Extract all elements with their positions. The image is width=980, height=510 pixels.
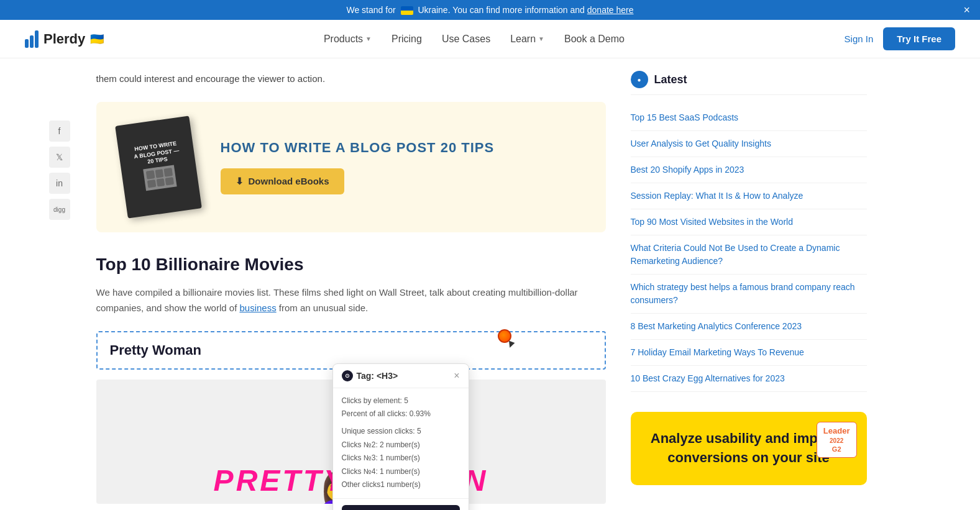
list-item: Top 15 Best SaaS Podcasts [631, 105, 867, 131]
nav-products[interactable]: Products ▼ [324, 34, 372, 45]
header: Plerdy 🇺🇦 Products ▼ Pricing Use Cases L… [0, 20, 980, 58]
ukraine-flag-icon [401, 6, 413, 15]
sidebar-link-2[interactable]: Best 20 Shopify Apps in 2023 [631, 165, 744, 175]
facebook-icon[interactable]: f [49, 121, 70, 142]
clicks-3: Clicks №3: 1 number(s) [342, 452, 460, 465]
main-content: them could interest and encourage the vi… [96, 71, 606, 504]
sidebar-link-4[interactable]: Top 90 Most Visited Websites in the Worl… [631, 217, 793, 227]
chevron-down-icon: ▼ [365, 35, 372, 42]
sidebar-link-9[interactable]: 10 Best Crazy Egg Alternatives for 2023 [631, 373, 785, 383]
pretty-woman-heading: Pretty Woman [110, 342, 592, 358]
sidebar-links-list: Top 15 Best SaaS Podcasts User Analysis … [631, 105, 867, 392]
tag-icon: ⊙ [342, 370, 353, 381]
donate-link[interactable]: donate here [587, 5, 634, 15]
logo-bar-3 [35, 30, 39, 48]
sidebar-link-6[interactable]: Which strategy best helps a famous brand… [631, 282, 855, 305]
main-nav: Products ▼ Pricing Use Cases Learn ▼ Boo… [324, 34, 625, 45]
sidebar-link-3[interactable]: Session Replay: What It Is & How to Anal… [631, 191, 804, 201]
list-item: 10 Best Crazy Egg Alternatives for 2023 [631, 366, 867, 392]
download-icon: ⬇ [236, 176, 244, 187]
article-paragraph: We have compiled a billionaire movies li… [96, 285, 606, 316]
list-item: What Criteria Could Not Be Used to Creat… [631, 235, 867, 275]
g2-label: G2 [823, 445, 850, 453]
cursor-orange-icon [498, 329, 511, 343]
g2-badge: Leader 2022 G2 [817, 422, 857, 458]
article-heading: Top 10 Billionaire Movies [96, 255, 606, 275]
sidebar-link-8[interactable]: 7 Holiday Email Marketing Ways To Revenu… [631, 347, 804, 357]
social-sidebar: f 𝕏 in digg [49, 71, 71, 504]
banner-text: We stand for Ukraine. You can find more … [346, 5, 633, 15]
blog-key-icon [156, 178, 165, 186]
latest-dot-icon: ● [631, 71, 648, 88]
nav-pricing[interactable]: Pricing [392, 34, 422, 45]
ebook-banner: HOW TO WRITEA BLOG POST —20 TIPS HOW TO … [96, 102, 606, 232]
ebook-info: HOW TO WRITE A BLOG POST 20 TIPS ⬇ Downl… [221, 140, 581, 194]
sidebar-link-7[interactable]: 8 Best Marketing Analytics Conference 20… [631, 321, 802, 331]
nav-book-demo[interactable]: Book a Demo [564, 34, 625, 45]
tooltip-popup: ⊙ Tag: <H3> × Clicks by element: 5 Perce… [208, 356, 345, 510]
list-item: Best 20 Shopify Apps in 2023 [631, 157, 867, 183]
right-sidebar: ● Latest Top 15 Best SaaS Podcasts User … [631, 71, 867, 504]
digg-icon[interactable]: digg [49, 199, 70, 220]
tooltip-header: ⊙ Tag: <H3> × [333, 364, 469, 388]
tooltip-footer: Add event [333, 499, 469, 510]
nav-use-cases[interactable]: Use Cases [442, 34, 490, 45]
clicks-4: Clicks №4: 1 number(s) [342, 465, 460, 479]
cursor-indicator [498, 329, 511, 345]
latest-header: ● Latest [631, 71, 867, 95]
header-actions: Sign In Try It Free [845, 27, 955, 50]
chevron-down-icon-learn: ▼ [538, 35, 544, 42]
business-link[interactable]: business [239, 303, 276, 313]
top-banner: We stand for Ukraine. You can find more … [0, 0, 980, 20]
percent-clicks: Percent of all clicks: 0.93% [342, 408, 460, 421]
page-layout: f 𝕏 in digg them could interest and enco… [24, 58, 956, 510]
logo-bar-1 [25, 39, 29, 48]
intro-paragraph: them could interest and encourage the vi… [96, 71, 606, 87]
logo[interactable]: Plerdy 🇺🇦 [25, 30, 104, 48]
logo-bar-2 [30, 35, 34, 48]
logo-icon [25, 30, 39, 48]
sidebar-link-1[interactable]: User Analysis to Get Quality Insights [631, 139, 771, 148]
ebook-title: HOW TO WRITE A BLOG POST 20 TIPS [221, 140, 581, 156]
linkedin-icon[interactable]: in [49, 173, 70, 194]
blog-image [143, 165, 176, 191]
sign-in-link[interactable]: Sign In [845, 34, 874, 44]
clicks-by-element: Clicks by element: 5 [342, 394, 460, 408]
other-clicks: Other clicks1 number(s) [342, 478, 460, 492]
latest-title: Latest [654, 73, 687, 86]
logo-text: Plerdy [44, 31, 85, 47]
list-item: Which strategy best helps a famous brand… [631, 275, 867, 314]
g2-year-text: 2022 [823, 437, 850, 445]
g2-leader-text: Leader [823, 426, 850, 437]
pretty-woman-section: Pretty Woman ⊙ Tag: <H3> [96, 331, 606, 504]
sidebar-link-0[interactable]: Top 15 Best SaaS Podcasts [631, 112, 739, 122]
ebook-cover: HOW TO WRITEA BLOG POST —20 TIPS [115, 116, 202, 218]
banner-close-button[interactable]: × [963, 4, 970, 17]
add-event-button[interactable]: Add event [342, 505, 460, 510]
list-item: Session Replay: What It Is & How to Anal… [631, 183, 867, 209]
sidebar-link-5[interactable]: What Criteria Could Not Be Used to Creat… [631, 243, 840, 266]
list-item: 7 Holiday Email Marketing Ways To Revenu… [631, 340, 867, 366]
tooltip-box: ⊙ Tag: <H3> × Clicks by element: 5 Perce… [332, 363, 469, 510]
nav-learn[interactable]: Learn ▼ [510, 34, 544, 45]
try-free-button[interactable]: Try It Free [883, 27, 955, 50]
clicks-2: Clicks №2: 2 number(s) [342, 439, 460, 452]
list-item: User Analysis to Get Quality Insights [631, 131, 867, 157]
download-ebooks-button[interactable]: ⬇ Download eBooks [221, 168, 344, 194]
list-item: 8 Best Marketing Analytics Conference 20… [631, 314, 867, 340]
twitter-icon[interactable]: 𝕏 [49, 147, 70, 168]
tooltip-body: Clicks by element: 5 Percent of all clic… [333, 388, 469, 499]
ukraine-flag-logo: 🇺🇦 [90, 32, 104, 46]
cta-box: Leader 2022 G2 Analyze usability and imp… [631, 412, 867, 485]
tooltip-close-button[interactable]: × [454, 370, 459, 381]
list-item: Top 90 Most Visited Websites in the Worl… [631, 209, 867, 235]
